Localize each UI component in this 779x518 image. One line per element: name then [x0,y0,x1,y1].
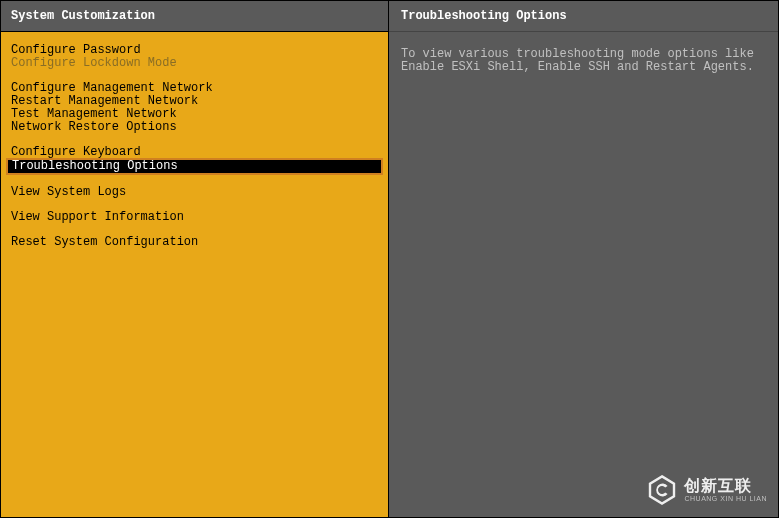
left-panel-title: System Customization [1,1,388,32]
menu-group: Configure PasswordConfigure Lockdown Mod… [1,44,388,70]
menu-item-troubleshooting-options[interactable]: Troubleshooting Options [7,159,382,174]
svg-marker-0 [650,476,674,503]
menu-group: Reset System Configuration [1,236,388,249]
app-root: System Customization Configure PasswordC… [0,0,779,518]
right-panel-description: To view various troubleshooting mode opt… [389,32,778,90]
watermark-logo-icon [646,474,678,506]
right-panel-title: Troubleshooting Options [389,1,778,32]
menu-item-configure-lockdown-mode[interactable]: Configure Lockdown Mode [1,57,388,70]
watermark: 创新互联 CHUANG XIN HU LIAN [646,474,767,506]
left-panel: System Customization Configure PasswordC… [0,0,389,518]
menu-item-reset-system-configuration[interactable]: Reset System Configuration [1,236,388,249]
menu-item-view-support-information[interactable]: View Support Information [1,211,388,224]
menu-item-view-system-logs[interactable]: View System Logs [1,186,388,199]
right-panel: Troubleshooting Options To view various … [389,0,779,518]
menu: Configure PasswordConfigure Lockdown Mod… [1,32,388,517]
menu-group: View Support Information [1,211,388,224]
menu-item-network-restore-options[interactable]: Network Restore Options [1,121,388,134]
menu-group: Configure KeyboardTroubleshooting Option… [1,146,388,174]
menu-item-configure-keyboard[interactable]: Configure Keyboard [1,146,388,159]
watermark-cn: 创新互联 [684,477,767,495]
watermark-en: CHUANG XIN HU LIAN [684,495,767,503]
watermark-text: 创新互联 CHUANG XIN HU LIAN [684,477,767,502]
menu-group: View System Logs [1,186,388,199]
menu-group: Configure Management NetworkRestart Mana… [1,82,388,134]
